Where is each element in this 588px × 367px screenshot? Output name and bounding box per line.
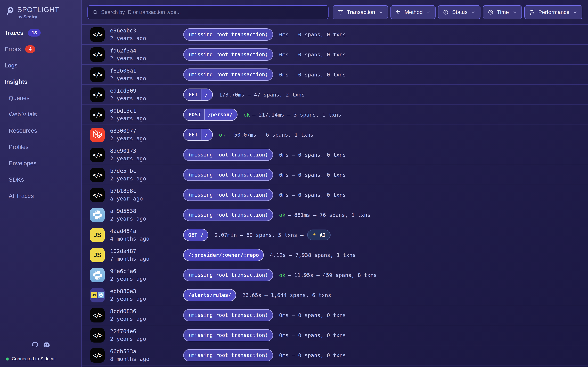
filter-method[interactable]: Method bbox=[390, 5, 436, 19]
filter-label: Method bbox=[404, 9, 423, 15]
trace-stats: 4.12s — 7,938 spans, 1 txns bbox=[270, 252, 355, 258]
filter-label: Transaction bbox=[347, 9, 375, 15]
trace-id-cell: b7b18d8ca year ago bbox=[110, 188, 183, 202]
code-icon: </> bbox=[90, 67, 105, 82]
table-row[interactable]: </>22f704e62 years ago(missing root tran… bbox=[82, 325, 588, 345]
filter-status[interactable]: Status bbox=[438, 5, 480, 19]
status-ok: ok bbox=[244, 112, 250, 118]
github-icon[interactable] bbox=[32, 342, 38, 348]
missing-root-badge: (missing root transaction) bbox=[183, 209, 273, 221]
trace-id-cell: 4aad454a4 months ago bbox=[110, 228, 183, 242]
method-badge: POST/person/ bbox=[183, 108, 238, 121]
trace-id-cell: 8cdd08362 years ago bbox=[110, 308, 183, 322]
search-box[interactable] bbox=[87, 5, 329, 19]
trace-id: 22f704e6 bbox=[110, 328, 183, 334]
table-row[interactable]: </>66db533a8 months ago(missing root tra… bbox=[82, 345, 588, 365]
table-row[interactable]: </>ed1cd3092 years agoGET/173.70ms — 47 … bbox=[82, 84, 588, 104]
trace-age: 2 years ago bbox=[110, 95, 183, 102]
trace-id-cell: af9d55382 years ago bbox=[110, 208, 183, 222]
path-label: / bbox=[201, 89, 212, 100]
divider bbox=[5, 352, 76, 352]
sidebar-item-label: Profiles bbox=[9, 144, 29, 150]
table-row[interactable]: </>00bd13c12 years agoPOST/person/ok— 21… bbox=[82, 104, 588, 125]
sidebar-item-insights[interactable]: Insights bbox=[0, 74, 81, 90]
trace-stats: 26.65s — 1,644 spans, 6 txns bbox=[242, 292, 331, 298]
trace-age: 2 years ago bbox=[110, 175, 183, 182]
table-row[interactable]: JSebb880e32 years ago/alerts/rules/26.65… bbox=[82, 285, 588, 305]
missing-root-badge: (missing root transaction) bbox=[183, 269, 273, 281]
trace-metrics: 0ms — 0 spans, 0 txns bbox=[279, 32, 346, 38]
trace-stats: 173.70ms — 47 spans, 2 txns bbox=[219, 92, 305, 98]
code-icon: </> bbox=[90, 87, 105, 102]
sidebar-item-web-vitals[interactable]: Web Vitals bbox=[0, 106, 81, 123]
trace-stats: 0ms — 0 spans, 0 txns bbox=[279, 332, 346, 338]
sidebar-item-queries[interactable]: Queries bbox=[0, 90, 81, 106]
table-row[interactable]: </>e96eabc32 years ago(missing root tran… bbox=[82, 24, 588, 44]
table-row[interactable]: </>8de901732 years ago(missing root tran… bbox=[82, 145, 588, 165]
table-row[interactable]: 633009772 years agoGET/ok— 50.07ms — 6 s… bbox=[82, 125, 588, 145]
social-links bbox=[0, 342, 81, 348]
filter-performance[interactable]: Performance bbox=[524, 5, 582, 19]
filter-time[interactable]: Time bbox=[483, 5, 522, 19]
sidebar-item-envelopes[interactable]: Envelopes bbox=[0, 155, 81, 171]
sidebar-item-label: Envelopes bbox=[9, 160, 36, 167]
trace-id: 9fe6cfa6 bbox=[110, 268, 183, 274]
trace-stats: — 50.07ms — 6 spans, 1 txns bbox=[228, 132, 314, 138]
trace-stats: 0ms — 0 spans, 0 txns bbox=[279, 192, 346, 198]
table-row[interactable]: </>b7b18d8ca year ago(missing root trans… bbox=[82, 185, 588, 205]
table-row[interactable]: </>fa62f3a42 years ago(missing root tran… bbox=[82, 44, 588, 64]
sidebar-item-logs[interactable]: Logs bbox=[0, 57, 81, 74]
search-input[interactable] bbox=[101, 9, 324, 15]
sidebar-item-label: Logs bbox=[5, 62, 17, 69]
status-ok: ok bbox=[279, 212, 285, 218]
trace-stats: 0ms — 0 spans, 0 txns bbox=[279, 32, 346, 38]
javascript-icon: JS bbox=[90, 248, 105, 262]
trace-metrics: 0ms — 0 spans, 0 txns bbox=[279, 192, 346, 198]
errors-count-badge: 4 bbox=[25, 45, 35, 53]
trace-metrics: 0ms — 0 spans, 0 txns bbox=[279, 352, 346, 358]
sidebar-item-sdks[interactable]: SDKs bbox=[0, 171, 81, 188]
trace-age: 2 years ago bbox=[110, 55, 183, 61]
trace-metrics: 0ms — 0 spans, 0 txns bbox=[279, 172, 346, 178]
main-content: TransactionMethodStatusTimePerformance <… bbox=[82, 0, 588, 367]
trace-metrics: 0ms — 0 spans, 0 txns bbox=[279, 312, 346, 318]
trace-id-cell: 633009772 years ago bbox=[110, 128, 183, 142]
sidebar-item-traces[interactable]: Traces18 bbox=[0, 25, 81, 41]
status-dot-icon bbox=[6, 358, 9, 360]
sidebar-item-profiles[interactable]: Profiles bbox=[0, 139, 81, 155]
javascript-icon: JS bbox=[90, 228, 105, 242]
trace-id: fa62f3a4 bbox=[110, 48, 183, 54]
table-row[interactable]: </>f82608a12 years ago(missing root tran… bbox=[82, 64, 588, 84]
trace-list: </>e96eabc32 years ago(missing root tran… bbox=[82, 24, 588, 367]
trace-id-cell: ebb880e32 years ago bbox=[110, 288, 183, 302]
hash-icon bbox=[395, 9, 401, 15]
missing-root-badge: (missing root transaction) bbox=[183, 68, 273, 81]
trace-age: a year ago bbox=[110, 196, 183, 202]
ai-badge: AI bbox=[307, 230, 331, 240]
table-row[interactable]: </>b7de5fbc2 years ago(missing root tran… bbox=[82, 165, 588, 185]
table-row[interactable]: af9d55382 years ago(missing root transac… bbox=[82, 205, 588, 225]
filter-transaction[interactable]: Transaction bbox=[333, 5, 388, 19]
table-row[interactable]: 9fe6cfa62 years ago(missing root transac… bbox=[82, 265, 588, 285]
sidebar-item-ai-traces[interactable]: AI Traces bbox=[0, 188, 81, 204]
sidebar-item-errors[interactable]: Errors4 bbox=[0, 41, 81, 57]
trace-age: 4 months ago bbox=[110, 236, 183, 242]
trace-metrics: ok— 50.07ms — 6 spans, 1 txns bbox=[219, 132, 313, 138]
table-row[interactable]: JS102da4877 months ago/:provider/:owner/… bbox=[82, 245, 588, 265]
javascript-python-icon: JS bbox=[90, 288, 105, 302]
missing-root-badge: (missing root transaction) bbox=[183, 169, 273, 181]
trace-id-cell: 66db533a8 months ago bbox=[110, 348, 183, 362]
trace-id-cell: 8de901732 years ago bbox=[110, 148, 183, 162]
sidebar-item-label: Queries bbox=[9, 95, 30, 101]
table-row[interactable]: </>8cdd08362 years ago(missing root tran… bbox=[82, 305, 588, 325]
clock-icon bbox=[488, 9, 493, 15]
table-row[interactable]: JS4aad454a4 months agoGET /2.07min — 60 … bbox=[82, 225, 588, 245]
discord-icon[interactable] bbox=[43, 342, 50, 348]
trace-metrics: 173.70ms — 47 spans, 2 txns bbox=[219, 92, 305, 98]
method-badge: GET/ bbox=[183, 89, 213, 101]
brand[interactable]: SPOTLIGHT by Sentry bbox=[0, 0, 81, 19]
missing-root-badge: (missing root transaction) bbox=[183, 189, 273, 201]
trace-id: 102da487 bbox=[110, 248, 183, 254]
sparkles-icon bbox=[312, 233, 317, 238]
sidebar-item-resources[interactable]: Resources bbox=[0, 123, 81, 139]
